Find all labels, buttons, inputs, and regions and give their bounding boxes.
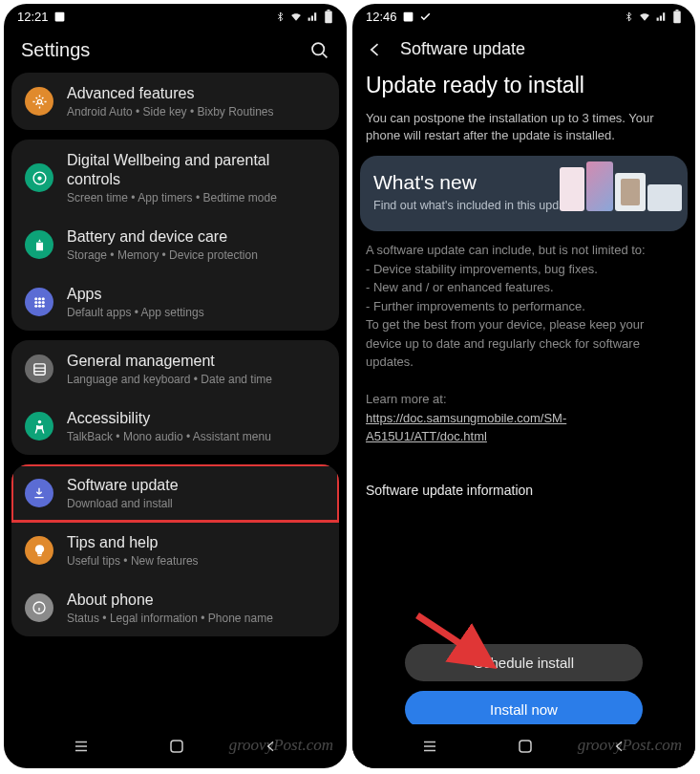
settings-item-accessibility[interactable]: Accessibility TalkBack • Mono audio • As… [11,398,339,455]
battery-care-icon [25,230,53,259]
signal-icon [655,11,668,23]
item-title: About phone [67,591,273,610]
item-title: Software update [67,476,179,495]
update-icon [25,479,53,507]
settings-header: Settings [4,26,347,73]
page-title: Settings [21,39,90,61]
recents-icon[interactable] [420,738,439,755]
svg-point-12 [37,300,40,303]
wifi-icon [638,11,651,23]
svg-rect-2 [328,10,330,11]
svg-point-10 [41,297,44,300]
schedule-install-button[interactable]: Schedule install [405,644,642,681]
apps-icon [25,288,53,316]
update-details: A software update can include, but is no… [352,231,695,456]
home-icon[interactable] [517,738,534,755]
item-subtitle: Android Auto • Side key • Bixby Routines [67,105,274,118]
svg-rect-21 [37,554,41,555]
svg-point-20 [37,419,41,423]
item-subtitle: Screen time • App timers • Bedtime mode [67,191,326,204]
svg-rect-0 [54,12,64,22]
about-icon [25,593,53,622]
tips-icon [25,536,53,565]
svg-point-13 [41,300,44,303]
whats-new-subtitle: Find out what's included in this update. [373,198,583,214]
wifi-icon [289,11,303,23]
details-bullet: - Further improvements to performance. [366,297,682,316]
svg-point-9 [37,297,40,300]
notification-icon [53,11,66,23]
back-icon[interactable] [612,738,627,755]
battery-icon [672,10,682,24]
item-title: Advanced features [67,84,274,103]
svg-rect-31 [676,10,679,11]
search-icon[interactable] [309,40,329,60]
settings-item-device-care[interactable]: Battery and device care Storage • Memory… [11,216,339,273]
svg-point-8 [34,297,37,300]
settings-item-about-phone[interactable]: About phone Status • Legal information •… [11,579,339,636]
subheader: Software update [352,26,695,69]
phone-software-update: 12:46 Software update Update ready to in… [352,4,695,768]
settings-item-general-management[interactable]: General management Language and keyboard… [11,340,339,398]
bluetooth-icon [624,11,634,23]
gear-icon [25,87,53,116]
back-icon[interactable] [264,738,279,755]
home-icon[interactable] [168,738,185,755]
item-subtitle: Storage • Memory • Device protection [67,248,258,262]
learn-more-link[interactable]: https://doc.samsungmobile.com/SM-A515U1/… [366,411,566,444]
svg-point-11 [34,300,37,303]
svg-rect-29 [403,12,413,22]
settings-item-apps[interactable]: Apps Default apps • App settings [11,273,339,331]
whats-new-card[interactable]: What's new Find out what's included in t… [360,156,688,231]
status-bar: 12:21 [4,4,347,26]
item-title: Digital Wellbeing and parental controls [67,151,326,189]
svg-rect-17 [33,363,44,374]
general-icon [25,355,53,383]
settings-item-advanced-features[interactable]: Advanced features Android Auto • Side ke… [11,73,339,130]
install-now-button[interactable]: Install now [405,691,642,728]
settings-item-digital-wellbeing[interactable]: Digital Wellbeing and parental controls … [11,140,339,216]
back-arrow-icon[interactable] [366,40,385,59]
item-subtitle: Default apps • App settings [67,306,204,319]
svg-rect-1 [325,11,332,24]
notification-icon [402,11,414,23]
item-subtitle: Download and install [67,497,179,510]
phone-settings-list: 12:21 Settings Advanced features Android… [4,4,347,768]
details-intro: A software update can include, but is no… [366,241,682,260]
settings-item-tips-help[interactable]: Tips and help Useful tips • New features [11,522,339,579]
item-title: Accessibility [67,409,271,428]
svg-rect-30 [673,11,681,24]
item-subtitle: TalkBack • Mono audio • Assistant menu [67,430,271,443]
item-subtitle: Useful tips • New features [67,554,199,568]
page-title: Software update [400,39,525,59]
nav-bar [352,724,695,768]
accessibility-icon [25,412,53,441]
whats-new-title: What's new [373,171,583,194]
item-title: General management [67,352,272,371]
wellbeing-icon [25,163,53,192]
learn-more-label: Learn more at: [366,390,682,409]
signal-icon [307,11,320,23]
svg-line-4 [323,54,327,57]
svg-point-3 [312,43,324,54]
item-title: Battery and device care [67,227,258,247]
nav-bar [4,724,347,768]
whats-new-collage [560,161,682,211]
check-icon [419,11,432,23]
svg-point-15 [37,304,40,307]
status-time: 12:46 [366,10,397,24]
install-heading: Update ready to install [352,69,695,106]
details-outro: To get the best from your device, please… [366,315,682,372]
svg-point-14 [34,304,37,307]
status-bar: 12:46 [352,4,695,26]
item-subtitle: Language and keyboard • Date and time [67,373,272,386]
recents-icon[interactable] [72,738,91,755]
item-subtitle: Status • Legal information • Phone name [67,612,273,625]
svg-rect-36 [520,741,531,752]
details-bullet: - Device stability improvements, bug fix… [366,260,682,279]
item-title: Apps [67,285,204,304]
settings-item-software-update[interactable]: Software update Download and install [11,464,339,522]
svg-point-7 [37,176,41,180]
install-description: You can postpone the installation up to … [352,106,695,156]
details-bullet: - New and / or enhanced features. [366,278,682,297]
